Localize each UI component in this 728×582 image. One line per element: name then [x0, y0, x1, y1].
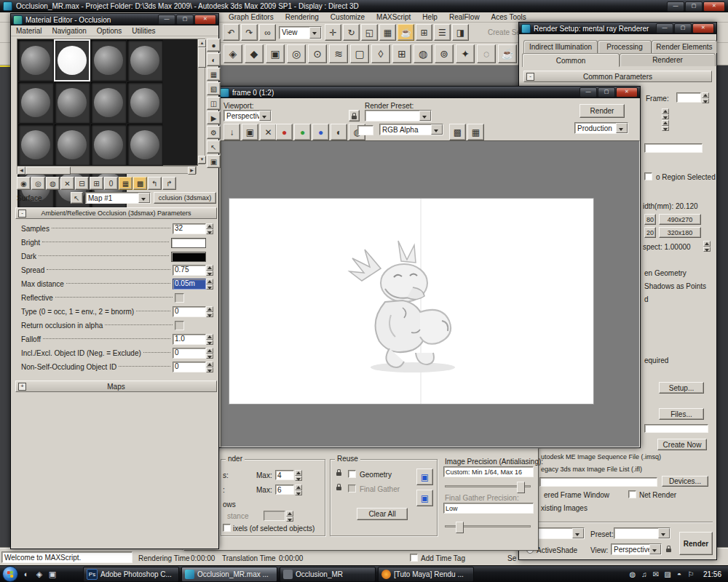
reuse-geometry-checkbox[interactable]	[348, 470, 356, 478]
select-link-icon[interactable]: ∞	[259, 24, 276, 41]
material-slot[interactable]	[90, 81, 127, 124]
quick-render-icon[interactable]: ☕	[498, 44, 517, 63]
reuse-final-gather-checkbox[interactable]	[348, 485, 356, 493]
select-by-material-icon[interactable]: ↖	[207, 140, 221, 154]
material-slot[interactable]	[90, 124, 127, 166]
non-self-occluding-spinner[interactable]	[206, 362, 213, 372]
tray-2-icon[interactable]: ♫	[639, 569, 649, 579]
tray-5-icon[interactable]: ◓	[674, 569, 684, 579]
rendered-frame-titlebar[interactable]: frame 0 (1:2) — ▢ ✕	[218, 87, 640, 98]
tray-1-icon[interactable]: ◍	[628, 569, 638, 579]
falloff-spinner[interactable]	[206, 334, 213, 345]
options-icon[interactable]: ⚙	[207, 126, 221, 139]
redo-icon[interactable]: ↷	[241, 24, 258, 41]
expand-icon[interactable]: +	[18, 383, 26, 391]
taskbar-item-occlusion-mr[interactable]: Occlusion_MR	[280, 567, 376, 582]
spread-input[interactable]: 0.75	[173, 265, 206, 276]
lock-viewport-icon[interactable]	[349, 110, 360, 121]
samples-spinner[interactable]	[206, 223, 213, 234]
get-material-icon[interactable]: ◉	[17, 177, 31, 190]
image-size-490x270-button[interactable]: 490x270	[659, 214, 701, 225]
material-slot[interactable]	[127, 81, 163, 124]
output-path-field[interactable]	[644, 424, 708, 433]
rotate-icon[interactable]: ↻	[343, 24, 360, 41]
tray-4-icon[interactable]: ▨	[662, 569, 673, 579]
video-color-check-icon[interactable]: ◫	[207, 97, 221, 110]
tray-3-icon[interactable]: ✉	[651, 569, 661, 579]
pixel-aspect-spinner[interactable]	[703, 241, 711, 252]
chevron-down-icon[interactable]	[431, 124, 443, 135]
reuse-geometry-file-icon[interactable]: ▣	[416, 469, 433, 485]
maps-rollout[interactable]: + Maps	[15, 380, 217, 392]
add-time-tag-checkbox[interactable]	[410, 554, 418, 562]
graphite-icon[interactable]: ◍	[414, 44, 432, 63]
lock-view-icon[interactable]	[663, 543, 674, 555]
range-to-spinner[interactable]	[662, 120, 669, 131]
chevron-down-icon[interactable]	[658, 528, 670, 538]
menu-aces-tools[interactable]: Aces Tools	[486, 13, 532, 21]
save-image-icon[interactable]: ↓	[223, 124, 240, 140]
green-channel-icon[interactable]: ●	[294, 124, 311, 140]
reflective-checkbox[interactable]	[175, 293, 184, 303]
start-button[interactable]	[2, 566, 18, 582]
max-distance-spinner[interactable]	[206, 279, 213, 290]
mirror-icon[interactable]: ▦	[379, 24, 396, 41]
chevron-down-icon[interactable]	[138, 193, 150, 203]
render-setup-titlebar[interactable]: Render Setup: mental ray Renderer — ▢ ✕	[519, 23, 716, 34]
material-slot[interactable]	[54, 39, 90, 81]
map-type-button[interactable]: cclusion (3dsmax)	[154, 192, 216, 204]
chevron-down-icon[interactable]	[419, 111, 431, 121]
edit-named-selection-icon[interactable]: ⊙	[308, 44, 327, 63]
spinner-snap-icon[interactable]: ◎	[287, 44, 306, 63]
fg-precision-slider[interactable]	[445, 525, 531, 527]
selected-pixels-checkbox[interactable]	[223, 524, 231, 532]
slots-horizontal-scrollbar[interactable]: ◀ ▶	[17, 166, 197, 174]
samples-input[interactable]: 32	[173, 223, 206, 234]
common-parameters-rollout[interactable]: - Common Parameters	[523, 71, 712, 82]
angle-snap-icon[interactable]: ◆	[245, 44, 264, 63]
minimize-icon[interactable]: —	[158, 15, 175, 25]
put-to-library-icon[interactable]: ⊞	[90, 177, 103, 190]
dark-color-swatch[interactable]	[171, 252, 206, 262]
nth-frame-spinner[interactable]	[702, 92, 709, 103]
range-from-spinner[interactable]	[662, 108, 669, 119]
return-alpha-checkbox[interactable]	[175, 321, 184, 330]
background-color-swatch[interactable]	[357, 125, 373, 135]
image-precision-slider[interactable]	[445, 485, 531, 487]
view-dropdown[interactable]: Perspective	[611, 543, 662, 555]
close-icon[interactable]: ✕	[703, 1, 725, 12]
tab-common[interactable]: Common	[522, 53, 620, 67]
mirror-tool-icon[interactable]: ▢	[350, 44, 369, 63]
render-setup-icon[interactable]: ☕	[397, 24, 414, 41]
menu-material[interactable]: Material	[11, 27, 47, 35]
type-spinner[interactable]	[206, 306, 213, 317]
menu-navigation[interactable]: Navigation	[47, 27, 92, 35]
slider-handle[interactable]	[517, 482, 525, 493]
distance-spinner[interactable]	[286, 511, 293, 522]
max-distance-input[interactable]: 0.05m	[173, 279, 206, 290]
max-refractions-spinner[interactable]	[295, 485, 302, 495]
slots-vertical-scrollbar[interactable]: ▲ ▼	[197, 39, 205, 164]
auto-region-checkbox[interactable]	[644, 172, 652, 180]
channel-display-icon[interactable]: ▦	[467, 124, 484, 140]
incl-excl-id-input[interactable]: 0	[173, 348, 206, 359]
taskbar-item-photoshop[interactable]: Ps Adobe Photoshop C...	[83, 567, 179, 582]
layer-icon[interactable]: ⊞	[392, 44, 411, 63]
distance-input[interactable]	[264, 511, 285, 521]
assign-material-icon[interactable]: ◍	[46, 177, 60, 190]
tray-6-icon[interactable]: ⚐	[686, 569, 696, 579]
maxscript-mini-listener[interactable]: Welcome to MAXScript.	[1, 551, 132, 563]
occlusion-parameters-rollout[interactable]: - Ambient/Reflective Occlusion (3dsmax) …	[15, 207, 217, 219]
reset-map-icon[interactable]: ✕	[60, 177, 74, 190]
material-slot[interactable]	[127, 124, 163, 166]
backlight-icon[interactable]: ◐	[207, 53, 221, 66]
sample-type-icon[interactable]: ●	[207, 39, 221, 52]
ripple-icon[interactable]: ≋	[329, 44, 348, 63]
close-icon[interactable]: ✕	[616, 87, 638, 97]
lock-geometry-icon[interactable]	[333, 467, 344, 479]
clear-image-icon[interactable]: ✕	[260, 124, 277, 140]
material-slot[interactable]	[17, 124, 54, 166]
schematic-view-icon[interactable]: ◨	[452, 24, 469, 41]
non-self-occluding-input[interactable]: 0	[173, 362, 206, 372]
show-map-in-viewport-icon[interactable]: ▦	[119, 177, 132, 190]
